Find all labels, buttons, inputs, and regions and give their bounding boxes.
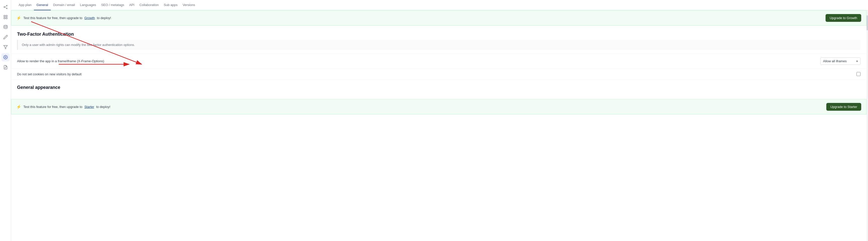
two-factor-title: Two-Factor Authentication	[17, 32, 861, 37]
growth-upgrade-banner: ⚡ Test this feature for free, then upgra…	[11, 10, 867, 26]
two-factor-section: Two-Factor Authentication Only a user wi…	[11, 26, 867, 54]
tab-app-plan[interactable]: App plan	[16, 0, 34, 10]
tab-collaboration[interactable]: Collaboration	[137, 0, 161, 10]
bolt-icon-growth: ⚡	[16, 15, 21, 20]
banner-prefix-starter: Test this feature for free, then upgrade…	[23, 105, 82, 109]
svg-line-4	[4, 7, 6, 8]
cookies-checkbox[interactable]	[857, 72, 861, 76]
svg-point-0	[4, 7, 4, 7]
svg-line-3	[4, 6, 6, 7]
upgrade-to-growth-button[interactable]: Upgrade to Growth	[826, 14, 861, 22]
general-appearance-section: General appearance	[11, 80, 867, 98]
cookies-label: Do not set cookies on new visitors by de…	[17, 72, 82, 76]
svg-rect-6	[6, 15, 7, 16]
tab-domain-email[interactable]: Domain / email	[51, 0, 78, 10]
general-appearance-title: General appearance	[17, 85, 861, 90]
tab-sub-apps[interactable]: Sub apps	[161, 0, 180, 10]
cookies-settings-row: Do not set cookies on new visitors by de…	[11, 69, 867, 80]
funnel-icon[interactable]	[1, 43, 9, 51]
sidebar	[0, 0, 11, 241]
svg-point-1	[6, 5, 7, 6]
upgrade-to-starter-button[interactable]: Upgrade to Starter	[826, 103, 861, 111]
tab-api[interactable]: API	[127, 0, 137, 10]
iframe-select-wrapper: Allow all iframesDeny all iframesSame or…	[820, 58, 861, 65]
svg-rect-8	[6, 18, 7, 19]
tab-languages[interactable]: Languages	[78, 0, 98, 10]
settings-icon[interactable]	[1, 53, 9, 61]
growth-link[interactable]: Growth	[84, 16, 95, 20]
scrollbar-thumb[interactable]	[867, 15, 868, 30]
pen-icon[interactable]	[1, 33, 9, 41]
starter-link[interactable]: Starter	[84, 105, 94, 109]
content-area: ⚡ Test this feature for free, then upgra…	[11, 10, 867, 241]
flow-icon[interactable]	[1, 3, 9, 11]
two-factor-description: Only a user with admin rights can modify…	[17, 40, 861, 50]
bolt-icon-starter: ⚡	[16, 104, 21, 109]
svg-rect-5	[4, 15, 5, 16]
banner-text-starter: ⚡ Test this feature for free, then upgra…	[16, 104, 110, 109]
banner-text-growth: ⚡ Test this feature for free, then upgra…	[16, 15, 111, 20]
svg-point-2	[6, 8, 7, 9]
iframe-label: Allow to render the app in a frame/ifram…	[17, 59, 104, 63]
tab-navigation: App plan General Domain / email Language…	[11, 0, 868, 10]
tab-general[interactable]: General	[34, 0, 51, 10]
scrollbar-track[interactable]	[867, 10, 868, 241]
tab-versions[interactable]: Versions	[180, 0, 198, 10]
starter-upgrade-banner: ⚡ Test this feature for free, then upgra…	[11, 99, 867, 114]
iframe-select[interactable]: Allow all iframesDeny all iframesSame or…	[820, 58, 861, 65]
banner-prefix-growth: Test this feature for free, then upgrade…	[23, 16, 82, 20]
grid-icon[interactable]	[1, 13, 9, 21]
banner-suffix-starter: to deploy!	[96, 105, 110, 109]
iframe-settings-row: Allow to render the app in a frame/ifram…	[11, 54, 867, 69]
main-content: App plan General Domain / email Language…	[11, 0, 868, 241]
tab-seo-metatags[interactable]: SEO / metatags	[99, 0, 127, 10]
banner-suffix-growth: to deploy!	[97, 16, 111, 20]
svg-point-9	[4, 25, 7, 27]
svg-point-10	[5, 57, 6, 58]
svg-rect-7	[4, 18, 5, 19]
doc-icon[interactable]	[1, 63, 9, 71]
database-icon[interactable]	[1, 23, 9, 31]
